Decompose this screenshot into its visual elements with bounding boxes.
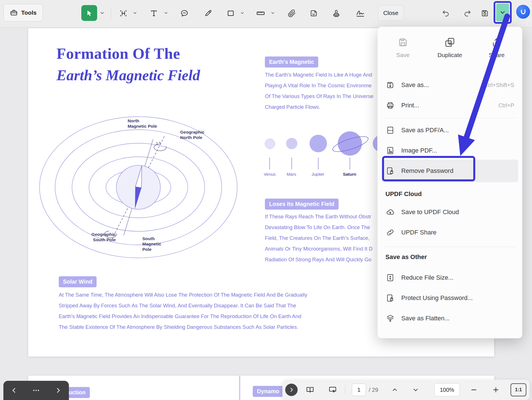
menu-item-save-as[interactable]: Save as... Ctrl+Shift+S xyxy=(378,75,522,95)
planet-stem xyxy=(318,158,319,169)
diagram-label-geographic-south-pole: GeographicSouth Pole xyxy=(73,232,116,242)
tools-label: Tools xyxy=(21,9,36,16)
close-button[interactable]: Close xyxy=(378,5,404,21)
page-total-label: / 29 xyxy=(369,384,378,396)
pen-tool-button[interactable] xyxy=(201,6,215,20)
doc-title-line1: Formation Of The xyxy=(56,45,180,62)
previous-page-chevron-button[interactable] xyxy=(389,384,401,396)
stamp-tool-icon xyxy=(332,9,341,18)
zoom-level-button[interactable]: 100% xyxy=(434,383,460,396)
next-page-chevron-button[interactable] xyxy=(409,384,422,396)
cloud-upload-icon xyxy=(385,208,395,216)
menu-item-print[interactable]: Print... Ctrl+P xyxy=(378,95,522,116)
magnetic-field-diagram xyxy=(37,112,240,265)
sticker-tool-button[interactable] xyxy=(307,6,321,20)
menu-item-save-as-flatten[interactable]: Save as Flatten... xyxy=(378,308,522,329)
select-cursor-icon xyxy=(86,9,93,17)
zoom-in-button[interactable] xyxy=(490,384,502,396)
save-options-button xyxy=(496,4,509,21)
pdfa-doc-icon: PDF/A xyxy=(385,126,395,134)
menu-quick-save[interactable]: Save xyxy=(380,37,426,58)
chevron-down-icon xyxy=(499,9,506,16)
measure-tool-chevron-down-icon[interactable] xyxy=(270,10,276,16)
menu-quick-share[interactable]: Share xyxy=(474,37,519,58)
pen-tool-icon xyxy=(204,9,212,18)
actual-size-button[interactable]: 1:1 xyxy=(511,383,526,396)
heading-tool-icon xyxy=(119,9,128,18)
toolbox-icon xyxy=(10,9,18,17)
text-tool-chevron-down-icon[interactable] xyxy=(163,10,169,16)
presentation-icon xyxy=(328,386,337,394)
presentation-button[interactable] xyxy=(326,384,339,396)
signature-tool-icon xyxy=(356,8,365,18)
menu-quick-duplicate-label: Duplicate xyxy=(437,52,462,58)
diagram-label-angle: 1.5 xyxy=(156,141,161,146)
expand-panel-button[interactable] xyxy=(285,384,298,396)
zoom-out-button[interactable] xyxy=(468,384,480,396)
undo-button[interactable] xyxy=(439,7,452,20)
menu-item-label: Save as... xyxy=(401,81,429,89)
select-tool-chevron-down-icon[interactable] xyxy=(99,10,105,16)
updf-window: Tools xyxy=(0,0,532,400)
planet-venus xyxy=(265,139,275,149)
more-options-button[interactable] xyxy=(32,386,40,394)
menu-item-label: Save to UPDF Cloud xyxy=(401,208,459,216)
menu-item-reduce-file-size[interactable]: Reduce File Size... xyxy=(378,268,522,288)
shape-tool-chevron-down-icon[interactable] xyxy=(239,10,245,16)
share-icon xyxy=(491,37,502,48)
page-number-input[interactable] xyxy=(352,384,366,396)
menu-item-protect-using-password[interactable]: Protect Using Password... xyxy=(378,288,522,308)
menu-item-save-to-updf-cloud[interactable]: Save to UPDF Cloud xyxy=(378,202,522,222)
comment-tool-button[interactable] xyxy=(177,6,191,20)
doc-title-line2: Earth’s Magnetic Field xyxy=(56,67,200,84)
menu-item-label: Protect Using Password... xyxy=(401,294,473,302)
menu-section-header-updf-cloud: UPDF Cloud xyxy=(385,188,422,200)
save-button-toolbar[interactable] xyxy=(478,7,491,20)
badge-dynamo-partial: Dynamo xyxy=(253,386,284,397)
measure-tool-button[interactable] xyxy=(254,6,268,20)
tools-button[interactable]: Tools xyxy=(3,4,43,21)
menu-item-label: Reduce File Size... xyxy=(401,274,453,281)
protect-doc-icon xyxy=(385,294,395,302)
next-page-button[interactable] xyxy=(54,387,62,394)
menu-item-label: Image PDF... xyxy=(401,147,437,154)
link-icon xyxy=(385,228,395,237)
redo-button[interactable] xyxy=(461,7,474,20)
paragraph-solar-wind: At The Same Time, The Atmosphere Will Al… xyxy=(59,290,307,332)
reduce-size-icon xyxy=(385,273,395,282)
heading-tool-chevron-down-icon[interactable] xyxy=(132,10,138,16)
badge-earths-magnetic: Earth's Magnetic xyxy=(265,56,318,68)
prev-page-button[interactable] xyxy=(10,387,18,394)
signature-tool-button[interactable] xyxy=(352,6,369,20)
attachment-tool-button[interactable] xyxy=(285,6,299,20)
menu-item-remove-password[interactable]: Remove Password xyxy=(378,161,522,181)
planet-jupiter xyxy=(309,135,327,152)
stamp-tool-button[interactable] xyxy=(329,6,343,20)
select-tool-button[interactable] xyxy=(81,5,97,21)
menu-item-label: Print... xyxy=(401,102,419,109)
diagram-label-south-magnetic-pole: SouthMagneticPole xyxy=(142,236,161,252)
text-tool-icon xyxy=(150,9,158,18)
plus-icon xyxy=(492,386,500,394)
updf-logo-icon[interactable] xyxy=(516,5,530,19)
planet-stem xyxy=(269,158,270,169)
planet-label-jupiter: Jupiter xyxy=(305,172,331,177)
menu-item-label: Remove Password xyxy=(401,167,453,175)
book-open-icon xyxy=(306,386,314,394)
reader-mode-button[interactable] xyxy=(304,384,316,396)
menu-item-image-pdf[interactable]: Image PDF... xyxy=(378,140,522,161)
shape-tool-button[interactable] xyxy=(224,6,238,20)
badge-solar-wind: Solar Wind xyxy=(59,276,97,287)
menu-divider xyxy=(384,118,515,118)
save-options-menu: Save Duplicate Share Save as... Ctrl+Shi… xyxy=(377,27,522,338)
diagram-label-geographic-north-pole: GeographicNorth Pole xyxy=(180,129,204,140)
menu-item-save-as-pdfa[interactable]: PDF/A Save as PDF/A... xyxy=(378,120,522,140)
heading-tool-button[interactable] xyxy=(116,6,130,20)
menu-quick-duplicate[interactable]: Duplicate xyxy=(427,37,472,58)
text-tool-button[interactable] xyxy=(147,6,161,20)
planet-mars xyxy=(286,138,297,149)
control-divider xyxy=(345,385,345,394)
menu-item-updf-share[interactable]: UPDF Share xyxy=(378,222,522,243)
save-as-icon xyxy=(385,81,395,89)
annotation-highlight-box-toolbar xyxy=(494,1,512,24)
